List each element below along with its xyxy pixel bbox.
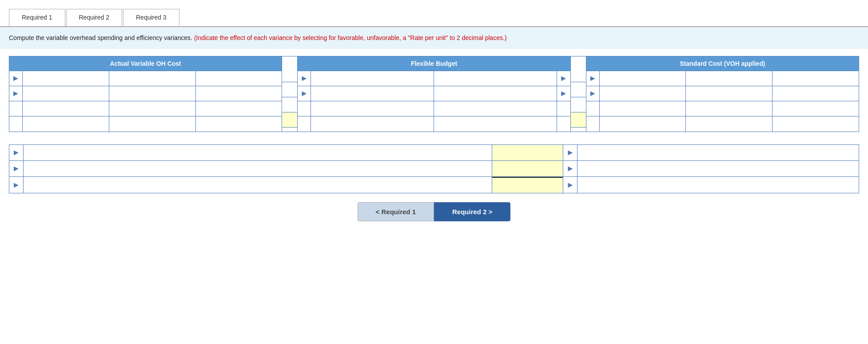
arrow-2-1: ► [298,71,311,86]
actual-input-1-2[interactable] [109,71,195,86]
var-cell-1-type[interactable] [577,145,859,160]
divider-yellow-1[interactable] [282,112,297,128]
divider-input-1[interactable] [282,112,297,127]
flex-empty-4-0 [298,116,311,132]
var-cell-3-type[interactable] [577,177,859,193]
flex-row-4 [298,116,570,132]
flex-cell-2-1[interactable] [311,86,434,101]
var-input-2-label[interactable] [24,161,492,176]
actual-cell-3-1 [23,101,109,116]
divider-yellow-2[interactable] [571,112,586,128]
actual-cell-4-1 [23,116,109,132]
panel-actual-voh-body: ► ► [9,71,282,132]
actual-input-1-1[interactable] [23,71,109,86]
arrow-1-2: ► [9,86,23,101]
actual-cell-2-1[interactable] [23,86,109,101]
instruction-main-text: Compute the variable overhead spending a… [9,34,192,41]
std-cell-4-2 [686,116,772,132]
flex-cell-3-2 [434,101,557,116]
std-row-3 [586,101,859,116]
actual-empty-4-1 [9,116,23,132]
var-cell-2-value[interactable] [492,161,563,176]
std-cell-2-2[interactable] [686,86,772,101]
actual-input-3-2[interactable] [109,101,195,116]
actual-cell-1-1[interactable] [23,71,109,86]
divider-1 [282,56,298,132]
std-empty-4-0 [586,116,600,132]
tab-required-1[interactable]: Required 1 [9,9,65,26]
variance-labels-section: ► ► ► ► ► ► [9,144,859,193]
panel-actual-voh-header: Actual Variable OH Cost [9,56,282,71]
arrow-1-1: ► [9,71,23,86]
std-cell-1-3[interactable] [772,71,859,86]
var-cell-3-label[interactable] [24,177,492,193]
var-arrow-1-left: ► [9,145,24,160]
actual-input-2-2[interactable] [109,86,195,101]
std-input-2-1[interactable] [600,86,686,101]
std-input-2-3[interactable] [772,86,859,101]
var-input-1-label[interactable] [24,145,492,160]
actual-input-1-3[interactable] [196,71,282,86]
actual-cell-4-3 [196,116,282,132]
std-row-4 [586,116,859,132]
flex-cell-1-2[interactable] [434,71,557,86]
panel-standard-cost: Standard Cost (VOH applied) ► ► [586,56,859,132]
var-cell-3-value[interactable] [492,177,563,193]
variance-panels: Actual Variable OH Cost ► ► [9,56,859,132]
actual-input-2-1[interactable] [23,86,109,101]
std-cell-3-3 [772,101,859,116]
flex-cell-2-2[interactable] [434,86,557,101]
std-cell-1-1[interactable] [600,71,686,86]
actual-cell-3-2[interactable] [109,101,196,116]
actual-row-4 [9,116,282,132]
flex-cell-4-2 [434,116,557,132]
std-empty-3-0 [586,101,600,116]
flex-cell-4-1 [311,116,434,132]
var-input-3-value[interactable] [492,177,563,193]
actual-cell-2-3[interactable] [196,86,282,101]
variance-row-1: ► ► [9,145,859,161]
actual-cell-1-3[interactable] [196,71,282,86]
arrow-3-1: ► [586,71,600,86]
actual-row-3 [9,101,282,116]
std-input-2-2[interactable] [686,86,772,101]
std-input-1-2[interactable] [686,71,772,86]
var-cell-1-value[interactable] [492,145,563,160]
flex-input-2-2[interactable] [434,86,557,101]
flex-cell-1-1[interactable] [311,71,434,86]
std-cell-2-1[interactable] [600,86,686,101]
flex-input-2-1[interactable] [311,86,434,101]
var-input-3-type[interactable] [577,177,859,193]
tabs-container: Required 1 Required 2 Required 3 [0,0,868,27]
var-cell-2-label[interactable] [24,161,492,176]
prev-button[interactable]: < Required 1 [358,202,434,221]
spacer-row [9,136,859,144]
actual-row-1: ► [9,71,282,86]
std-row-2: ► [586,86,859,101]
std-cell-3-2 [686,101,772,116]
flex-input-1-2[interactable] [434,71,557,86]
divider-input-2[interactable] [571,112,586,127]
tab-required-3[interactable]: Required 3 [123,9,179,26]
std-cell-1-2[interactable] [686,71,772,86]
var-input-2-type[interactable] [577,161,859,176]
std-input-1-1[interactable] [600,71,686,86]
var-input-1-value[interactable] [492,145,563,160]
std-row-1: ► [586,71,859,86]
panel-standard-cost-body: ► ► [586,71,859,132]
var-cell-2-type[interactable] [577,161,859,176]
var-input-3-label[interactable] [24,177,492,193]
tab-required-2[interactable]: Required 2 [66,9,123,26]
var-cell-1-label[interactable] [24,145,492,160]
var-input-1-type[interactable] [577,145,859,160]
next-button[interactable]: Required 2 > [434,202,510,221]
actual-cell-1-2[interactable] [109,71,196,86]
var-arrow-2-left: ► [9,161,24,176]
actual-input-2-3[interactable] [196,86,282,101]
std-cell-2-3[interactable] [772,86,859,101]
std-input-1-3[interactable] [772,71,859,86]
var-input-2-value[interactable] [492,161,563,176]
actual-cell-2-2[interactable] [109,86,196,101]
flex-input-1-1[interactable] [311,71,434,86]
actual-row-2: ► [9,86,282,101]
